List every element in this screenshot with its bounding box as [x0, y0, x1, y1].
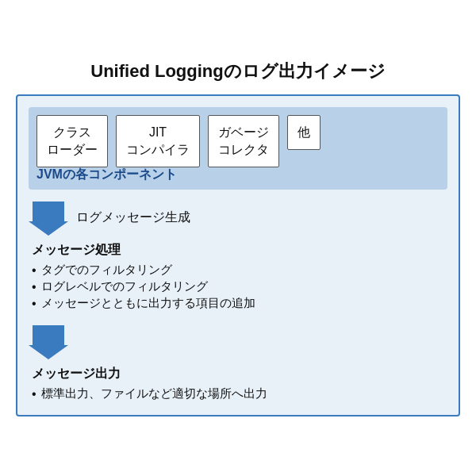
jvm-area: クラス ローダー JIT コンパイラ ガベージ コレクタ 他 JVMの	[29, 107, 447, 190]
arrow-1-label: ログメッセージ生成	[76, 209, 190, 226]
bullet-item-2: ログレベルでのフィルタリング	[32, 278, 444, 295]
message-output-title: メッセージ出力	[32, 366, 444, 382]
page-container: Unified Loggingのログ出力イメージ クラス ローダー JIT コン…	[16, 60, 460, 417]
arrow-row-1: ログメッセージ生成	[29, 198, 447, 237]
svg-marker-0	[29, 202, 68, 236]
component-class-loader: クラス ローダー	[36, 115, 108, 168]
arrow-down-icon-2	[29, 321, 68, 361]
component-jit: JIT コンパイラ	[116, 115, 200, 168]
components-and-other: クラス ローダー JIT コンパイラ ガベージ コレクタ 他	[36, 115, 440, 168]
component-gc: ガベージ コレクタ	[208, 115, 279, 168]
jvm-label: JVMの各コンポーネント	[36, 167, 177, 183]
message-processing-list: タグでのフィルタリング ログレベルでのフィルタリング メッセージとともに出力する…	[32, 262, 444, 312]
message-processing-title: メッセージ処理	[32, 242, 444, 259]
message-output-section: メッセージ出力 標準出力、ファイルなど適切な場所へ出力	[29, 366, 447, 402]
message-output-list: 標準出力、ファイルなど適切な場所へ出力	[32, 386, 444, 402]
component-other: 他	[287, 115, 321, 150]
bullet-item-1: タグでのフィルタリング	[32, 262, 444, 278]
message-processing-section: メッセージ処理 タグでのフィルタリング ログレベルでのフィルタリング メッセージ…	[29, 242, 447, 312]
output-bullet-item-1: 標準出力、ファイルなど適切な場所へ出力	[32, 386, 444, 402]
arrow-down-icon-1	[29, 198, 68, 237]
page-title: Unified Loggingのログ出力イメージ	[90, 60, 385, 83]
three-components: クラス ローダー JIT コンパイラ ガベージ コレクタ	[36, 115, 279, 168]
arrow-row-2	[29, 321, 447, 361]
svg-marker-1	[29, 325, 68, 359]
bullet-item-3: メッセージとともに出力する項目の追加	[32, 295, 444, 312]
main-box: クラス ローダー JIT コンパイラ ガベージ コレクタ 他 JVMの	[16, 94, 460, 417]
